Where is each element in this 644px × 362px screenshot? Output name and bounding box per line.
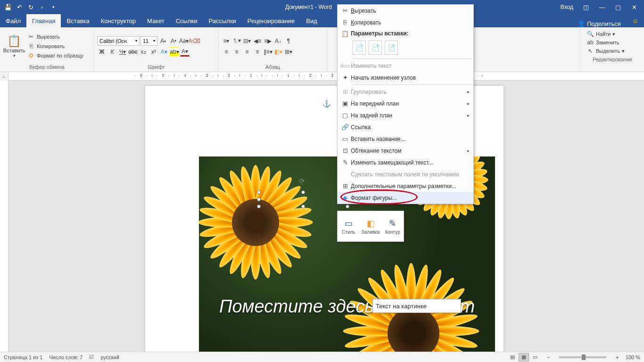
mt-fill[interactable]: ◧Заливка (360, 211, 382, 241)
status-proofing-icon[interactable]: ☑ (89, 354, 94, 360)
redo-icon[interactable]: ↻ (25, 2, 36, 12)
change-case-icon[interactable]: Aa▾ (179, 36, 189, 46)
resize-handle[interactable] (257, 197, 261, 201)
resize-handle[interactable] (301, 190, 305, 194)
view-print-icon[interactable]: ▦ (519, 353, 529, 362)
line-spacing-icon[interactable]: ‖≡▾ (263, 47, 272, 57)
align-center-icon[interactable]: ≡ (232, 47, 241, 57)
tab-design[interactable]: Конструктор (95, 14, 141, 27)
resize-handle[interactable] (257, 190, 261, 194)
ruler-vertical[interactable] (0, 81, 8, 352)
emoji-icon[interactable]: ☺ (627, 14, 644, 27)
font-size-select[interactable]: 11▾ (140, 36, 157, 46)
bold-button[interactable]: Ж (97, 47, 107, 57)
borders-icon[interactable]: ⊞▾ (284, 47, 293, 57)
italic-button[interactable]: К (107, 47, 117, 57)
minimize-icon[interactable]: — (594, 0, 610, 14)
shrink-font-icon[interactable]: A▾ (169, 36, 178, 46)
align-left-icon[interactable]: ≡ (222, 47, 231, 57)
maximize-icon[interactable]: ▢ (610, 0, 626, 14)
superscript-button[interactable]: x² (149, 47, 158, 57)
copy-button[interactable]: ⎘Копировать (26, 42, 84, 50)
zoom-out-icon[interactable]: − (547, 354, 550, 360)
dec-indent-icon[interactable]: ◀≡ (253, 36, 262, 46)
multilevel-icon[interactable]: ⊟▾ (242, 36, 252, 46)
cut-button[interactable]: ✂Вырезать (26, 33, 84, 41)
sort-icon[interactable]: A↓ (273, 36, 283, 46)
ruler-horizontal[interactable]: · 6 · ı · 5 · ı · 4 · ı · 3 · ı · 2 · ı … (8, 72, 644, 80)
align-right-icon[interactable]: ≡ (242, 47, 252, 57)
send-back-icon: ▢ (339, 112, 351, 119)
undo-icon[interactable]: ↶ (14, 2, 25, 12)
textbox[interactable]: Текст на картинке (372, 299, 461, 313)
resize-handle[interactable] (301, 205, 305, 208)
justify-icon[interactable]: ≡ (253, 47, 262, 57)
zoom-in-icon[interactable]: + (616, 354, 619, 360)
paste-button[interactable]: 📋 Вставить ▾ (3, 34, 25, 58)
ctx-format-shape[interactable]: ◆Формат фигуры... (338, 192, 473, 204)
ctx-bring-front[interactable]: ▣На передний план▸ (338, 98, 473, 109)
numbering-icon[interactable]: ⒈▾ (232, 36, 241, 46)
tab-mailings[interactable]: Рассылки (203, 14, 241, 27)
tab-layout[interactable]: Макет (141, 14, 170, 27)
share-button[interactable]: 👤Поделиться (572, 20, 627, 27)
document-canvas[interactable]: ⚓ /*rendered below*/ Поместите здесь ваш… (8, 81, 644, 352)
resize-handle[interactable] (257, 205, 261, 208)
paste-option-2[interactable]: 📄 (369, 41, 382, 55)
tab-review[interactable]: Рецензирование (242, 14, 300, 27)
underline-button[interactable]: Ч▾ (118, 47, 127, 57)
find-button[interactable]: 🔍Найти ▾ (586, 30, 638, 38)
save-icon[interactable]: 💾 (3, 2, 13, 12)
replace-button[interactable]: abЗаменить (586, 39, 638, 46)
tab-references[interactable]: Ссылки (170, 14, 203, 27)
status-words[interactable]: Число слов: 7 (49, 354, 83, 360)
ctx-insert-caption[interactable]: ▭Вставить название... (338, 133, 473, 145)
select-button[interactable]: ↖Выделить ▾ (586, 47, 638, 55)
tab-view[interactable]: Вид (300, 14, 323, 27)
view-read-icon[interactable]: ▤ (507, 353, 518, 362)
bullets-icon[interactable]: ≡▾ (222, 36, 231, 46)
ctx-send-back[interactable]: ▢На задний план▸ (338, 109, 473, 121)
ctx-copy[interactable]: ⎘Копировать (338, 16, 473, 28)
mt-outline[interactable]: ✎Контур (381, 211, 404, 241)
edit-points-icon: ✦ (339, 74, 351, 81)
show-marks-icon[interactable]: ¶ (284, 36, 293, 46)
tab-insert[interactable]: Вставка (61, 14, 95, 27)
rotate-handle-icon[interactable]: ⟳ (299, 177, 307, 185)
zoom-slider[interactable] (559, 356, 606, 358)
text-effects-icon[interactable]: A▾ (159, 47, 169, 57)
replace-icon: ab (586, 39, 594, 46)
resize-handle[interactable] (346, 205, 349, 208)
view-web-icon[interactable]: ▭ (530, 353, 540, 362)
grow-font-icon[interactable]: A▴ (158, 36, 168, 46)
ctx-edit-points[interactable]: ✦Начать изменение узлов (338, 72, 473, 83)
strike-button[interactable]: abc (128, 47, 138, 57)
format-painter-button[interactable]: ✪Формат по образцу (26, 51, 84, 60)
login-link[interactable]: Вход (556, 4, 578, 10)
new-doc-icon[interactable]: ▫ (37, 2, 47, 12)
highlight-icon[interactable]: ab▾ (170, 47, 179, 57)
status-page[interactable]: Страница 1 из 1 (4, 354, 42, 360)
ctx-link[interactable]: 🔗Ссылка (338, 121, 473, 133)
inc-indent-icon[interactable]: ≡▶ (263, 36, 272, 46)
ctx-cut[interactable]: ✂Вырезать (338, 5, 473, 16)
ctx-alt-text[interactable]: ✎Изменить замещающий текст... (338, 156, 473, 168)
paste-option-1[interactable]: 📄 (353, 41, 366, 55)
shading-icon[interactable]: ◧▾ (273, 47, 283, 57)
tab-home[interactable]: Главная (26, 14, 61, 27)
font-name-select[interactable]: Calibri (Осн▾ (97, 36, 140, 46)
ctx-more-layout[interactable]: ⊞Дополнительные параметры разметки... (338, 180, 473, 192)
ribbon-display-icon[interactable]: ◫ (578, 0, 594, 14)
status-lang[interactable]: русский (100, 354, 119, 360)
close-icon[interactable]: ✕ (626, 0, 642, 14)
paste-option-3[interactable]: 📄 (385, 41, 398, 55)
subscript-button[interactable]: x₂ (139, 47, 148, 57)
mt-style[interactable]: ▭Стиль (338, 211, 360, 241)
group-icon: ⊞ (339, 88, 351, 95)
ctx-wrap-text[interactable]: ⊡Обтекание текстом▸ (338, 145, 473, 156)
zoom-level[interactable]: 100 % (626, 354, 640, 360)
tab-file[interactable]: Файл (0, 14, 26, 27)
qat-customize-icon[interactable]: ▾ (48, 2, 58, 12)
font-color-icon[interactable]: A▾ (180, 47, 190, 57)
clear-format-icon[interactable]: A⌫ (190, 36, 199, 46)
